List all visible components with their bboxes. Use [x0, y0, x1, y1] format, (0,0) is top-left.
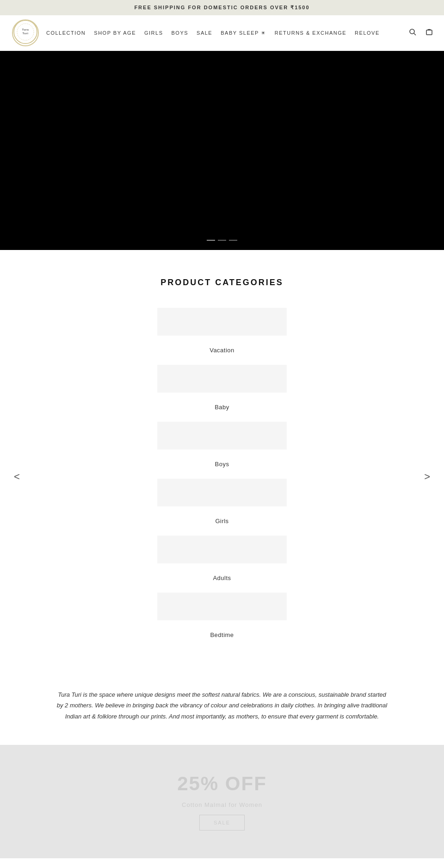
- svg-point-4: [410, 29, 414, 34]
- category-vacation[interactable]: Vacation: [157, 337, 287, 363]
- category-girls[interactable]: Girls: [157, 508, 287, 534]
- search-button[interactable]: [407, 26, 418, 39]
- carousel-prev-button[interactable]: <: [9, 466, 25, 487]
- carousel-next-button[interactable]: >: [419, 466, 435, 487]
- category-vacation-image: [157, 308, 287, 336]
- header-icons: [407, 26, 435, 39]
- cart-button[interactable]: [424, 26, 435, 39]
- nav-returns[interactable]: RETURNS & EXCHANGE: [275, 30, 346, 36]
- nav-sale[interactable]: SALE: [197, 30, 212, 36]
- hero-dots: [207, 240, 237, 241]
- category-girls-image: [157, 479, 287, 506]
- sale-1-subtitle: Cotton Malmal for Women: [182, 801, 262, 808]
- hero-dot-3: [229, 240, 237, 241]
- sale-1-percent: 25% OFF: [177, 773, 267, 795]
- hero-dot-2: [218, 240, 226, 241]
- svg-text:Turi: Turi: [23, 32, 29, 35]
- svg-line-5: [414, 33, 416, 35]
- category-boys-image: [157, 422, 287, 450]
- sale-1-button[interactable]: SALE: [199, 815, 245, 831]
- category-boys[interactable]: Boys: [157, 451, 287, 477]
- nav-girls[interactable]: GIRLS: [144, 30, 163, 36]
- cart-icon: [426, 28, 433, 36]
- nav-boys[interactable]: BOYS: [172, 30, 189, 36]
- main-nav: COLLECTION SHOP BY AGE GIRLS BOYS SALE B…: [46, 30, 407, 36]
- category-bedtime-image: [157, 593, 287, 620]
- category-adults-image: [157, 536, 287, 563]
- nav-baby-sleep[interactable]: BABY SLEEP ☀: [221, 30, 266, 36]
- nav-collection[interactable]: COLLECTION: [46, 30, 86, 36]
- product-categories-section: PRODUCT CATEGORIES < Vacation Baby Boys …: [0, 250, 444, 666]
- categories-title: PRODUCT CATEGORIES: [9, 278, 435, 287]
- search-icon: [409, 28, 416, 36]
- svg-text:Tura: Tura: [22, 28, 29, 31]
- spacer-1: [0, 858, 444, 868]
- top-banner: FREE SHIPPING FOR DOMESTIC ORDERS OVER ₹…: [0, 0, 444, 15]
- brand-description: Tura Turi is the space where unique desi…: [0, 666, 444, 745]
- header: Tura Turi COLLECTION SHOP BY AGE GIRLS B…: [0, 15, 444, 51]
- logo-text: Tura Turi: [13, 19, 38, 46]
- nav-relove[interactable]: RELOVE: [355, 30, 380, 36]
- categories-list: Vacation Baby Boys Girls Adults Bedtime: [9, 306, 435, 648]
- sale-banner-1: 25% OFF Cotton Malmal for Women SALE: [0, 745, 444, 858]
- nav-shop-by-age[interactable]: SHOP BY AGE: [94, 30, 136, 36]
- hero-dot-1: [207, 240, 215, 241]
- categories-carousel: < Vacation Baby Boys Girls Adults Bedtim…: [9, 306, 435, 648]
- category-baby-image: [157, 365, 287, 393]
- category-baby[interactable]: Baby: [157, 394, 287, 420]
- category-bedtime[interactable]: Bedtime: [157, 622, 287, 648]
- category-adults[interactable]: Adults: [157, 565, 287, 591]
- logo[interactable]: Tura Turi: [9, 19, 42, 47]
- svg-rect-6: [426, 30, 432, 35]
- hero-section: [0, 51, 444, 250]
